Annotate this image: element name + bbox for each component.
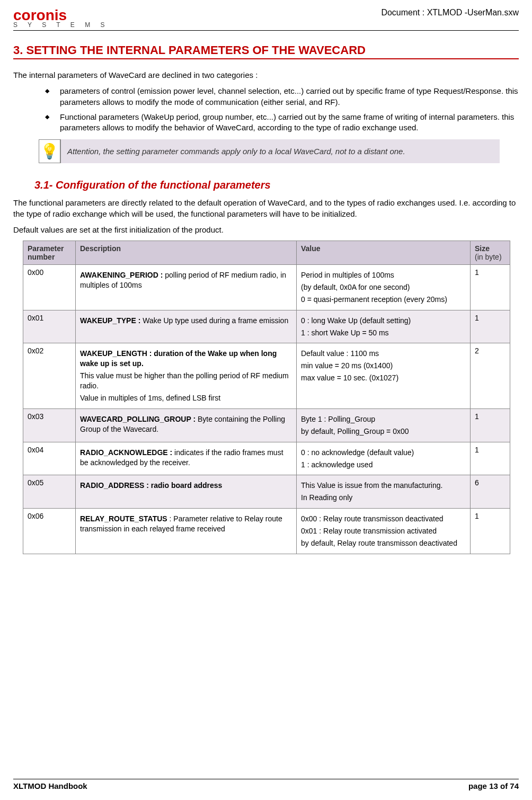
col-header-subtext: (in byte): [475, 253, 506, 261]
cell-description: RADIO_ACKNOWLEDGE : indicates if the rad…: [76, 442, 297, 475]
logo-bottom: S Y S T E M S: [13, 22, 109, 28]
footer-right: page 13 of 74: [468, 781, 519, 790]
logo-top: coronis: [13, 8, 109, 23]
col-header-text: Parameter number: [28, 244, 64, 261]
note-text: Attention, the setting parameter command…: [60, 139, 500, 163]
cell-param-number: 0x01: [23, 310, 76, 343]
cell-description: AWAKENING_PERIOD : polling period of RF …: [76, 265, 297, 310]
section-heading: 3. SETTING THE INTERNAL PARAMETERS OF TH…: [13, 43, 519, 59]
subsection-heading: 3.1- Configuration of the functional par…: [34, 179, 519, 191]
page-footer: XLTMOD Handbook page 13 of 74: [13, 779, 519, 790]
parameters-table: Parameter number Description Value Size …: [23, 241, 510, 554]
note-callout: 💡 Attention, the setting parameter comma…: [39, 139, 500, 163]
list-item: Functional parameters (WakeUp period, gr…: [45, 112, 519, 134]
col-header-text: Size: [475, 244, 490, 253]
lightbulb-icon: 💡: [39, 139, 60, 163]
logo: coronis S Y S T E M S: [13, 8, 109, 28]
page-header: coronis S Y S T E M S Document : XTLMOD …: [13, 8, 519, 31]
table-row: 0x06RELAY_ROUTE_STATUS : Parameter relat…: [23, 509, 510, 554]
table-row: 0x00AWAKENING_PERIOD : polling period of…: [23, 265, 510, 310]
cell-param-number: 0x04: [23, 442, 76, 475]
cell-description: WAKEUP_LENGTH : duration of the Wake up …: [76, 343, 297, 408]
cell-size: 1: [471, 408, 510, 442]
intro-text: The internal parameters of WaveCard are …: [13, 70, 519, 81]
cell-size: 2: [471, 343, 510, 408]
cell-param-number: 0x03: [23, 408, 76, 442]
table-row: 0x05RADIO_ADDRESS : radio board addressT…: [23, 475, 510, 509]
cell-param-number: 0x06: [23, 509, 76, 554]
table-row: 0x04RADIO_ACKNOWLEDGE : indicates if the…: [23, 442, 510, 475]
cell-param-number: 0x02: [23, 343, 76, 408]
document-label: Document : XTLMOD -UserMan.sxw: [381, 8, 519, 17]
col-header-value: Value: [297, 241, 471, 265]
cell-value: Byte 1 : Polling_Groupby default, Pollin…: [297, 408, 471, 442]
body-text: The functional parameters are directly r…: [13, 198, 519, 219]
bullet-list: parameters of control (emission power le…: [13, 86, 519, 133]
cell-size: 6: [471, 475, 510, 509]
footer-left: XLTMOD Handbook: [13, 781, 87, 790]
cell-size: 1: [471, 442, 510, 475]
cell-value: 0 : long Wake Up (default setting)1 : sh…: [297, 310, 471, 343]
cell-value: 0x00 : Relay route transmisson deactivat…: [297, 509, 471, 554]
col-header-parameter: Parameter number: [23, 241, 76, 265]
cell-value: Default value : 1100 msmin value = 20 ms…: [297, 343, 471, 408]
cell-size: 1: [471, 265, 510, 310]
list-item: parameters of control (emission power le…: [45, 86, 519, 108]
table-row: 0x02WAKEUP_LENGTH : duration of the Wake…: [23, 343, 510, 408]
cell-description: WAVECARD_POLLING_GROUP : Byte containing…: [76, 408, 297, 442]
cell-param-number: 0x00: [23, 265, 76, 310]
cell-description: RADIO_ADDRESS : radio board address: [76, 475, 297, 509]
cell-size: 1: [471, 509, 510, 554]
cell-value: Period in multiples of 100ms(by default,…: [297, 265, 471, 310]
cell-value: This Value is issue from the manufacturi…: [297, 475, 471, 509]
body-text: Default values are set at the first init…: [13, 225, 519, 235]
cell-size: 1: [471, 310, 510, 343]
cell-value: 0 : no acknowledge (default value)1 : ac…: [297, 442, 471, 475]
cell-description: RELAY_ROUTE_STATUS : Parameter relative …: [76, 509, 297, 554]
col-header-size: Size (in byte): [471, 241, 510, 265]
table-row: 0x01WAKEUP_TYPE : Wake Up type used duri…: [23, 310, 510, 343]
cell-param-number: 0x05: [23, 475, 76, 509]
cell-description: WAKEUP_TYPE : Wake Up type used during a…: [76, 310, 297, 343]
table-row: 0x03WAVECARD_POLLING_GROUP : Byte contai…: [23, 408, 510, 442]
col-header-description: Description: [76, 241, 297, 265]
